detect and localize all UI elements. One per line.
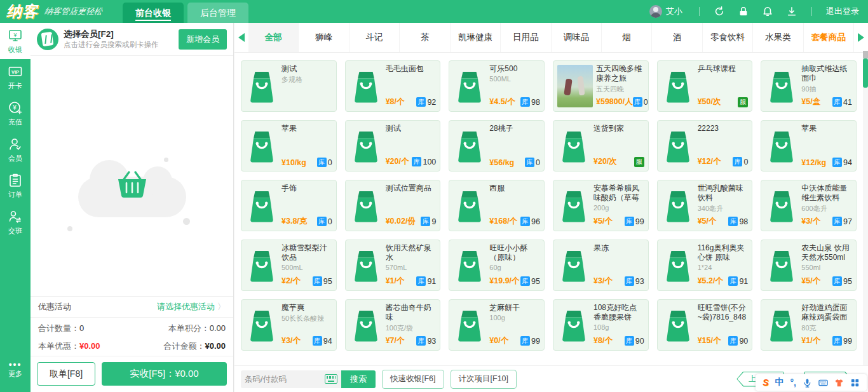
product-card[interactable]: 果冻 ¥3/个 库 93 xyxy=(553,240,649,291)
category-tab[interactable]: 凯琳健康 xyxy=(451,23,501,52)
stock-badge: 库 xyxy=(421,217,430,226)
product-card[interactable]: 送货到家 ¥20/次 服 xyxy=(553,120,649,172)
vertical-scrollbar[interactable] xyxy=(863,53,868,392)
category-tab[interactable]: 水果类 xyxy=(753,23,803,52)
nav-item-orders[interactable]: 订单 xyxy=(0,168,31,204)
product-card[interactable]: 旺旺雪饼(不分~袋)7816_848 ¥15/个 库 90 xyxy=(657,299,753,351)
product-card[interactable]: 好劲道鸡蛋面麻辣鸡蛋袋面 80克 ¥1/个 库 99 xyxy=(761,299,857,351)
hold-order-button[interactable]: 取单[F8] xyxy=(37,362,95,386)
category-tab[interactable]: 斗记 xyxy=(349,23,400,52)
product-card[interactable]: 中沃体质能量维生素饮料 600毫升 ¥3/个 库 97 xyxy=(761,180,857,231)
product-card[interactable]: 旺旺小小酥（原味） 60g ¥19.9/个 库 95 xyxy=(449,240,545,291)
pay-button[interactable]: 实收[F5]：¥0.00 xyxy=(102,362,227,386)
product-card[interactable]: 手饰 ¥3.8/克 库 0 xyxy=(241,180,337,231)
stock-badge: 库 xyxy=(832,97,842,107)
logout-button[interactable]: 退出登录 xyxy=(826,6,859,17)
product-card[interactable]: 28桃子 ¥56/kg 库 0 xyxy=(449,120,545,172)
product-card[interactable]: 西服 ¥168/个 库 96 xyxy=(449,180,545,231)
product-card[interactable]: 108克好吃点香脆腰果饼 108g ¥8/个 库 90 xyxy=(553,299,649,351)
service-badge: 服 xyxy=(738,97,748,107)
category-tab[interactable]: 酒 xyxy=(652,23,702,52)
product-spec: 500ML xyxy=(489,75,540,83)
nav-item-more[interactable]: ••• 更多 xyxy=(0,352,31,388)
sogou-logo-icon[interactable]: S xyxy=(763,377,768,388)
ime-mode-toggle[interactable]: 中 xyxy=(775,377,784,388)
promo-label: 优惠活动 xyxy=(38,301,71,313)
product-card[interactable]: 五天四晚多维康养之旅 五天四晚 ¥59800/人 库 0 xyxy=(553,60,649,112)
app-slogan: 纳客管店更轻松 xyxy=(44,6,104,17)
product-card[interactable]: 酱芯曲奇牛奶味 100克/袋 ¥7/个 库 93 xyxy=(345,299,441,351)
tab-front-cashier[interactable]: 前台收银 xyxy=(123,3,184,23)
barcode-input[interactable] xyxy=(245,375,308,384)
product-card[interactable]: 苹果 ¥12/kg 库 94 xyxy=(761,120,857,172)
product-price: ¥5/个 xyxy=(801,276,820,287)
quick-cashier-button[interactable]: 快速收银[F6] xyxy=(382,370,444,389)
product-card[interactable]: 安慕希希腊风味酸奶（草莓 200g ¥5/个 库 99 xyxy=(553,180,649,231)
category-tab[interactable]: 套餐商品 xyxy=(804,23,854,52)
category-tab[interactable]: 零食饮料 xyxy=(703,23,753,52)
nav-item-cashier[interactable]: ¥ 收银 xyxy=(0,23,31,59)
stock-count: 99 xyxy=(843,337,852,346)
product-card[interactable]: 冰糖雪梨梨汁饮品 500mL ¥2/个 库 95 xyxy=(241,240,337,291)
promo-select-link[interactable]: 请选择优惠活动 xyxy=(157,301,215,313)
product-stock: 库 90 xyxy=(728,336,748,346)
product-card[interactable]: 抽取式维达纸面巾 90抽 ¥5/盒 库 41 xyxy=(761,60,857,112)
product-bag-icon xyxy=(765,184,798,227)
product-card[interactable]: 农夫山泉 饮用天然水550ml 550ml ¥5/个 库 95 xyxy=(761,240,857,291)
orders-icon xyxy=(8,173,23,188)
stock-count: 100 xyxy=(423,158,436,166)
product-card[interactable]: 测试 ¥20/个 库 100 xyxy=(345,120,441,172)
product-card[interactable]: 116g奥利奥夹心饼 原味 1*24 ¥5.2/个 库 91 xyxy=(657,240,753,291)
product-card[interactable]: 乒乓球课程 ¥50/次 服 xyxy=(657,60,753,112)
vip-card-icon: VIP xyxy=(8,64,23,79)
barcode-input-wrap xyxy=(241,370,341,388)
nav-item-vip-card[interactable]: VIP 开卡 xyxy=(0,59,31,95)
category-scroll-right-button[interactable] xyxy=(854,23,868,52)
product-card[interactable]: 测试 多规格 xyxy=(241,60,337,112)
category-tab[interactable]: 全部 xyxy=(248,23,299,52)
tab-backend-manage[interactable]: 后台管理 xyxy=(187,3,248,23)
ime-punctuation-toggle[interactable]: °, xyxy=(790,377,797,388)
product-card[interactable]: 22223 ¥12/个 库 0 xyxy=(657,120,753,172)
refresh-icon[interactable] xyxy=(714,6,725,17)
category-tab[interactable]: 调味品 xyxy=(552,23,602,52)
scrollbar-thumb[interactable] xyxy=(863,58,868,88)
category-tab[interactable]: 日用品 xyxy=(501,23,551,52)
product-card[interactable]: 饮用天然矿泉水 570mL ¥1/个 库 91 xyxy=(345,240,441,291)
product-card[interactable]: 魔芋爽 50长长条酸辣 ¥3/个 库 94 xyxy=(241,299,337,351)
microphone-icon[interactable] xyxy=(803,378,812,388)
category-tab[interactable]: 茶 xyxy=(400,23,450,52)
member-select-row[interactable]: 选择会员[F2] 点击进行会员搜索或刷卡操作 新增会员 xyxy=(31,23,233,56)
product-price: ¥5.2/个 xyxy=(698,276,723,287)
nav-item-member[interactable]: 会员 xyxy=(0,132,31,168)
lock-icon[interactable] xyxy=(738,6,749,17)
toolbox-grid-icon[interactable] xyxy=(850,378,860,388)
product-card[interactable]: 苹果 ¥10/kg 库 0 xyxy=(241,120,337,172)
skin-shirt-icon[interactable] xyxy=(834,378,844,388)
category-tab[interactable]: 烟 xyxy=(602,23,652,52)
add-member-button[interactable]: 新增会员 xyxy=(179,29,227,50)
user-avatar[interactable] xyxy=(649,5,662,18)
svg-text:¥: ¥ xyxy=(13,31,17,37)
category-tab[interactable]: 狮峰 xyxy=(299,23,349,52)
product-stock: 库 90 xyxy=(625,336,644,346)
search-button[interactable]: 搜索 xyxy=(341,370,376,388)
nav-item-shift[interactable]: 交班 xyxy=(0,204,31,240)
product-card[interactable]: 毛毛虫面包 ¥8/个 库 92 xyxy=(345,60,441,112)
product-price: ¥3/个 xyxy=(801,216,820,227)
product-card[interactable]: 测试位置商品 ¥0.02/份 库 9 xyxy=(345,180,441,231)
bell-icon[interactable] xyxy=(762,6,773,17)
member-select-title[interactable]: 选择会员[F2] xyxy=(64,29,159,40)
stock-count: 95 xyxy=(843,277,852,286)
product-card[interactable]: 可乐500 500ML ¥4.5/个 库 98 xyxy=(449,60,545,112)
product-card[interactable]: 世鸿乳酸菌味饮料 340毫升 ¥5/个 库 98 xyxy=(657,180,753,231)
product-card[interactable]: 芝麻餅干 100g ¥0/个 库 99 xyxy=(449,299,545,351)
nav-item-recharge[interactable]: ¥ 充值 xyxy=(0,95,31,132)
download-icon[interactable] xyxy=(786,6,797,17)
category-scroll-left-button[interactable] xyxy=(234,23,248,52)
keyboard-icon[interactable] xyxy=(325,374,337,384)
product-stock: 库 99 xyxy=(832,336,852,346)
soft-keyboard-icon[interactable] xyxy=(818,378,828,388)
count-item-button[interactable]: 计次项目[F10] xyxy=(451,370,517,389)
product-stock: 库 0 xyxy=(525,158,540,167)
